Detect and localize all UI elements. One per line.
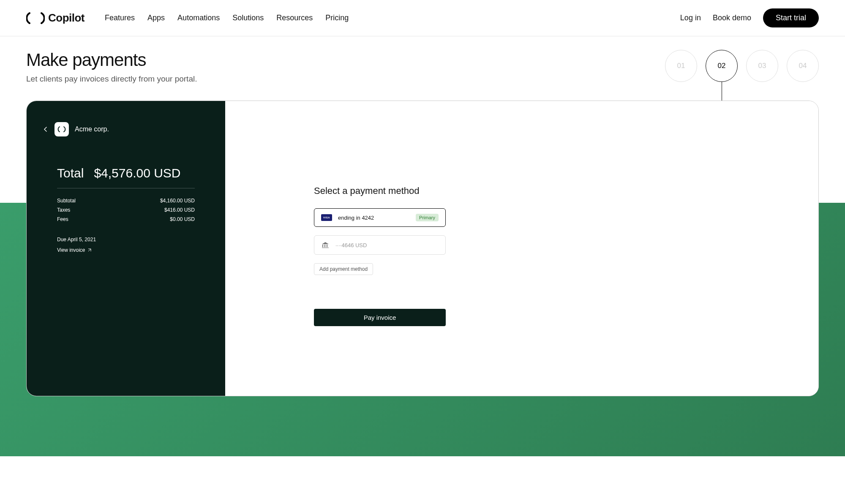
back-chevron-icon[interactable]: [43, 126, 49, 132]
step-04[interactable]: 04: [787, 50, 819, 82]
external-link-icon: [87, 248, 92, 252]
divider: [57, 188, 195, 188]
invoice-summary-panel: Acme corp. Total $4,576.00 USD Subtotal …: [27, 101, 225, 396]
nav-solutions[interactable]: Solutions: [232, 14, 264, 22]
company-logo-icon: [55, 122, 69, 136]
book-demo-link[interactable]: Book demo: [713, 14, 751, 22]
section-header: Make payments Let clients pay invoices d…: [0, 36, 845, 84]
nav-apps[interactable]: Apps: [147, 14, 165, 22]
payment-title: Select a payment method: [314, 185, 776, 196]
line-taxes: Taxes $416.00 USD: [43, 205, 209, 215]
bank-label: ····4646 USD: [335, 242, 439, 248]
nav-pricing[interactable]: Pricing: [325, 14, 349, 22]
company-name: Acme corp.: [75, 125, 109, 133]
step-03[interactable]: 03: [746, 50, 778, 82]
payment-method-panel: Select a payment method VISA ending in 4…: [225, 101, 818, 396]
payment-option-card[interactable]: VISA ending in 4242 Primary: [314, 208, 446, 227]
view-invoice-link[interactable]: View invoice: [57, 247, 92, 253]
start-trial-button[interactable]: Start trial: [763, 8, 819, 27]
card-label: ending in 4242: [338, 215, 410, 221]
section-title: Make payments: [26, 50, 197, 70]
main-nav: Features Apps Automations Solutions Reso…: [105, 14, 349, 22]
due-date: Due April 5, 2021: [57, 237, 195, 242]
total-label: Total: [57, 166, 84, 180]
bank-icon: [321, 241, 330, 249]
nav-resources[interactable]: Resources: [276, 14, 313, 22]
line-subtotal: Subtotal $4,160.00 USD: [43, 196, 209, 205]
visa-card-icon: VISA: [321, 214, 332, 221]
nav-automations[interactable]: Automations: [177, 14, 220, 22]
primary-badge: Primary: [416, 214, 439, 221]
line-fees: Fees $0.00 USD: [43, 215, 209, 224]
logo-mark-icon: [26, 11, 45, 25]
login-link[interactable]: Log in: [680, 14, 701, 22]
nav-features[interactable]: Features: [105, 14, 135, 22]
add-payment-method-button[interactable]: Add payment method: [314, 263, 373, 275]
step-02[interactable]: 02: [706, 50, 738, 82]
site-header: Copilot Features Apps Automations Soluti…: [0, 0, 845, 36]
brand-logo[interactable]: Copilot: [26, 11, 84, 25]
step-indicator: 01 02 03 04: [665, 50, 819, 82]
brand-name: Copilot: [48, 11, 84, 25]
app-preview-frame: Acme corp. Total $4,576.00 USD Subtotal …: [26, 101, 819, 396]
payment-option-bank[interactable]: ····4646 USD: [314, 235, 446, 255]
total-amount: $4,576.00 USD: [94, 166, 180, 180]
section-subtitle: Let clients pay invoices directly from y…: [26, 74, 197, 84]
step-01[interactable]: 01: [665, 50, 697, 82]
pay-invoice-button[interactable]: Pay invoice: [314, 309, 446, 326]
